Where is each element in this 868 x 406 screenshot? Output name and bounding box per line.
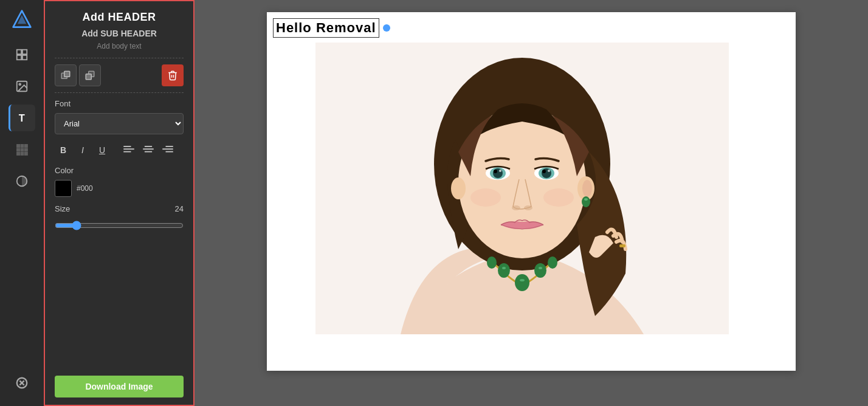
svg-rect-34 (166, 151, 173, 153)
svg-rect-26 (123, 146, 131, 147)
svg-rect-17 (25, 153, 28, 156)
app-container: T (0, 0, 868, 406)
download-image-button[interactable]: Download Image (55, 376, 184, 397)
svg-point-55 (582, 180, 592, 197)
canvas-image (315, 43, 729, 334)
svg-point-50 (512, 205, 520, 210)
layer-order-buttons (55, 64, 101, 86)
svg-point-7 (19, 83, 21, 85)
divider-2 (55, 92, 184, 93)
svg-rect-5 (22, 55, 27, 60)
svg-rect-25 (86, 74, 91, 80)
svg-rect-16 (21, 153, 24, 156)
text-overlay[interactable]: Hello Removal (273, 18, 390, 38)
svg-point-42 (493, 168, 503, 178)
color-row: #000 (55, 180, 184, 197)
text-format-row: B I U (55, 142, 184, 159)
svg-point-47 (542, 168, 551, 178)
svg-rect-2 (17, 50, 21, 54)
portrait-svg (315, 43, 729, 334)
size-slider[interactable] (55, 221, 184, 230)
svg-rect-10 (21, 145, 24, 148)
panel-footer: Download Image (45, 368, 193, 405)
svg-point-51 (524, 205, 532, 210)
align-left-button[interactable] (120, 142, 137, 159)
delete-layer-button[interactable] (162, 64, 184, 86)
color-swatch[interactable] (55, 180, 72, 197)
sidebar-item-image[interactable] (9, 73, 35, 100)
svg-point-56 (582, 196, 590, 207)
sidebar-item-adjust[interactable] (9, 168, 35, 194)
bold-button[interactable]: B (55, 142, 72, 159)
underline-button[interactable]: U (94, 142, 111, 159)
svg-point-44 (499, 170, 501, 172)
svg-point-62 (487, 256, 497, 269)
main-area: Hello Removal (195, 0, 868, 406)
text-resize-handle[interactable] (383, 24, 390, 32)
svg-point-59 (498, 263, 510, 278)
svg-rect-31 (145, 151, 152, 153)
svg-rect-12 (17, 148, 20, 151)
icon-sidebar: T (0, 0, 44, 406)
font-select[interactable]: Arial Times New Roman Helvetica Georgia … (55, 113, 184, 134)
size-row: Size 24 (55, 204, 184, 213)
svg-rect-23 (64, 71, 70, 77)
svg-point-48 (542, 170, 546, 173)
svg-rect-32 (166, 146, 173, 147)
send-backward-button[interactable] (79, 64, 101, 86)
svg-point-66 (539, 267, 542, 269)
svg-point-49 (548, 170, 550, 172)
svg-text:T: T (18, 112, 24, 123)
svg-rect-14 (25, 148, 28, 151)
svg-point-58 (451, 177, 466, 199)
add-body-label[interactable]: Add body text (55, 42, 184, 50)
canvas-container: Hello Removal (267, 12, 796, 371)
svg-rect-3 (22, 50, 27, 54)
svg-point-65 (520, 279, 525, 281)
svg-rect-4 (17, 55, 21, 60)
close-sidebar-button[interactable] (9, 370, 35, 396)
add-subheader-label[interactable]: Add SUB HEADER (55, 29, 184, 38)
svg-point-57 (584, 198, 588, 201)
text-panel: Add HEADER Add SUB HEADER Add body text (44, 0, 195, 406)
color-section-label: Color (55, 166, 184, 175)
svg-rect-29 (145, 146, 152, 147)
sidebar-item-layers[interactable] (9, 41, 35, 68)
svg-rect-27 (123, 148, 134, 150)
svg-point-64 (502, 267, 506, 269)
canvas-text[interactable]: Hello Removal (273, 18, 379, 38)
divider-1 (55, 58, 184, 58)
font-section-label: Font (55, 99, 184, 108)
app-logo[interactable] (10, 7, 34, 32)
layer-controls (55, 64, 184, 86)
size-value: 24 (175, 204, 184, 213)
svg-rect-9 (17, 145, 20, 148)
bring-forward-button[interactable] (55, 64, 77, 86)
panel-content: Add HEADER Add SUB HEADER Add body text (45, 1, 193, 368)
svg-rect-30 (143, 148, 154, 150)
svg-point-52 (470, 188, 501, 207)
svg-rect-11 (25, 145, 28, 148)
align-center-button[interactable] (140, 142, 157, 159)
svg-rect-15 (17, 153, 20, 156)
svg-rect-13 (21, 148, 24, 151)
sidebar-item-pattern[interactable] (9, 136, 35, 163)
add-header-label[interactable]: Add HEADER (55, 11, 184, 24)
svg-rect-28 (123, 151, 131, 153)
italic-button[interactable]: I (74, 142, 91, 159)
svg-rect-67 (619, 244, 625, 247)
align-right-button[interactable] (159, 142, 176, 159)
svg-point-43 (494, 170, 497, 173)
svg-point-61 (534, 263, 546, 278)
svg-point-53 (543, 188, 574, 207)
sidebar-item-text[interactable]: T (9, 105, 35, 131)
svg-point-63 (548, 256, 557, 269)
size-label: Size (55, 204, 70, 213)
color-value: #000 (77, 184, 93, 193)
svg-rect-33 (162, 148, 173, 150)
svg-point-60 (515, 274, 529, 291)
